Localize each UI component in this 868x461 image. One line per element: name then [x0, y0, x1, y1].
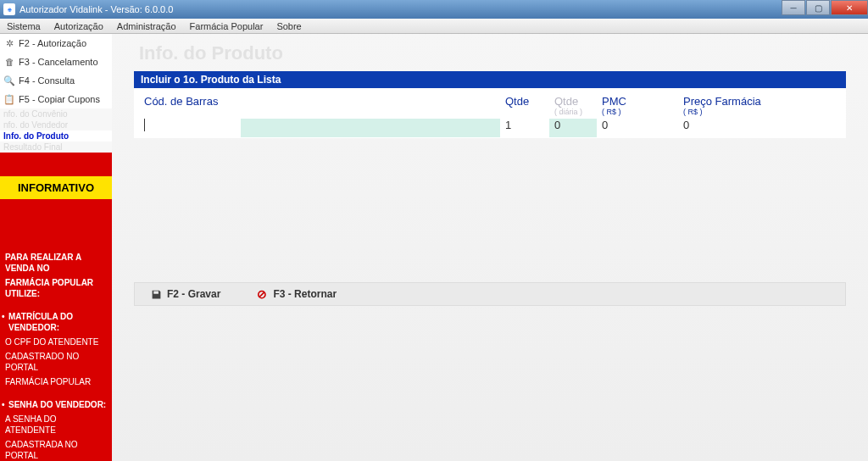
qtde-diaria-display: 0: [549, 119, 597, 137]
maximize-button[interactable]: ▢: [806, 0, 830, 15]
col-qtded-sub: ( diária ): [554, 108, 592, 116]
app-icon: ⎈: [3, 3, 15, 15]
sidebar: ✲ F2 - Autorização 🗑 F3 - Cancelamento 🔍…: [0, 34, 112, 461]
nav-label: F3 - Cancelamento: [19, 57, 98, 67]
info-head-1b: FARMÁCIA POPULAR UTILIZE:: [0, 275, 112, 301]
nav-f4-consulta[interactable]: 🔍 F4 - Consulta: [0, 71, 112, 90]
info-b1c: CADASTRADO NO PORTAL: [0, 349, 112, 375]
save-icon: [150, 288, 162, 300]
nav-sub-resultado[interactable]: Resultado Final: [0, 142, 112, 153]
menu-farmacia-popular[interactable]: Farmácia Popular: [183, 21, 270, 31]
col-qtde-diaria: Qtde ( diária ): [549, 93, 597, 118]
return-button[interactable]: ⊘ F3 - Retornar: [256, 288, 337, 300]
nav-f5-copiar-cupons[interactable]: 📋 F5 - Copiar Cupons: [0, 90, 112, 108]
panel-header: Incluir o 1o. Produto da Lista: [134, 71, 846, 88]
info-b1b: O CPF DO ATENDENTE: [0, 335, 112, 349]
save-button[interactable]: F2 - Gravar: [150, 288, 220, 300]
nav-sub-produto[interactable]: Info. do Produto: [0, 131, 112, 142]
menubar: Sistema Autorização Administração Farmác…: [0, 19, 868, 34]
save-label: F2 - Gravar: [167, 288, 220, 300]
menu-autorizacao[interactable]: Autorização: [47, 21, 110, 31]
content-area: Info. do Produto Incluir o 1o. Produto d…: [112, 34, 868, 461]
minimize-button[interactable]: ─: [782, 0, 805, 15]
titlebar-text: Autorizador Vidalink - Versão: 6.0.0.0: [19, 4, 781, 14]
info-b2b: A SENHA DO ATENDENTE: [0, 412, 112, 437]
col-qtde: Qtde: [500, 93, 549, 118]
info-b1a: MATRÍCULA DO VENDEDOR:: [0, 309, 112, 335]
table-header-row: Cód. de Barras Qtde Qtde ( diária ) PMC …: [134, 93, 846, 118]
product-name-display: [241, 119, 500, 137]
informativo-panel: INFORMATIVO PARA REALIZAR A VENDA NO FAR…: [0, 153, 112, 461]
col-preco-sub: ( R$ ): [683, 108, 841, 116]
nav-f2-autorizacao[interactable]: ✲ F2 - Autorização: [0, 34, 112, 53]
nav-f3-cancelamento[interactable]: 🗑 F3 - Cancelamento: [0, 53, 112, 71]
info-b1d: FARMÁCIA POPULAR: [0, 375, 112, 389]
col-pmc-sub: ( R$ ): [602, 108, 673, 116]
titlebar: ⎈ Autorizador Vidalink - Versão: 6.0.0.0…: [0, 0, 868, 19]
info-b2a: SENHA DO VENDEDOR:: [0, 397, 112, 412]
menu-administracao[interactable]: Administração: [110, 21, 183, 31]
pmc-input[interactable]: 0: [597, 119, 678, 137]
qtde-input[interactable]: 1: [500, 119, 549, 137]
menu-sobre[interactable]: Sobre: [270, 21, 308, 31]
barcode-input[interactable]: [134, 119, 241, 137]
col-pmc: PMC ( R$ ): [597, 93, 678, 118]
gear-icon: ✲: [3, 37, 15, 49]
panel-body: Cód. de Barras Qtde Qtde ( diária ) PMC …: [134, 88, 846, 138]
copy-icon: 📋: [3, 93, 15, 105]
col-qtded-label: Qtde: [554, 95, 578, 108]
col-barras: Cód. de Barras: [134, 93, 500, 118]
nav-sub-convenio[interactable]: nfo. do Convênio: [0, 108, 112, 119]
menu-sistema[interactable]: Sistema: [0, 21, 47, 31]
table-row: 1 0 0 0: [134, 118, 846, 138]
cancel-icon: ⊘: [256, 288, 268, 300]
preco-input[interactable]: 0: [678, 119, 846, 137]
col-preco-label: Preço Farmácia: [683, 95, 761, 108]
informativo-heading: INFORMATIVO: [0, 176, 112, 199]
nav-label: F5 - Copiar Cupons: [19, 94, 100, 104]
close-button[interactable]: ✕: [831, 0, 868, 15]
info-head-1a: PARA REALIZAR A VENDA NO: [0, 250, 112, 275]
col-preco: Preço Farmácia ( R$ ): [678, 93, 846, 118]
col-pmc-label: PMC: [602, 95, 626, 108]
return-label: F3 - Retornar: [273, 288, 337, 300]
action-bar: F2 - Gravar ⊘ F3 - Retornar: [134, 282, 846, 306]
trash-icon: 🗑: [3, 56, 15, 68]
nav-label: F2 - Autorização: [19, 38, 86, 48]
search-icon: 🔍: [3, 75, 15, 86]
page-title: Info. do Produto: [139, 42, 846, 64]
nav-label: F4 - Consulta: [19, 75, 75, 86]
nav-sub-vendedor[interactable]: nfo. do Vendedor: [0, 119, 112, 131]
info-b2c: CADASTRADA NO PORTAL: [0, 437, 112, 461]
